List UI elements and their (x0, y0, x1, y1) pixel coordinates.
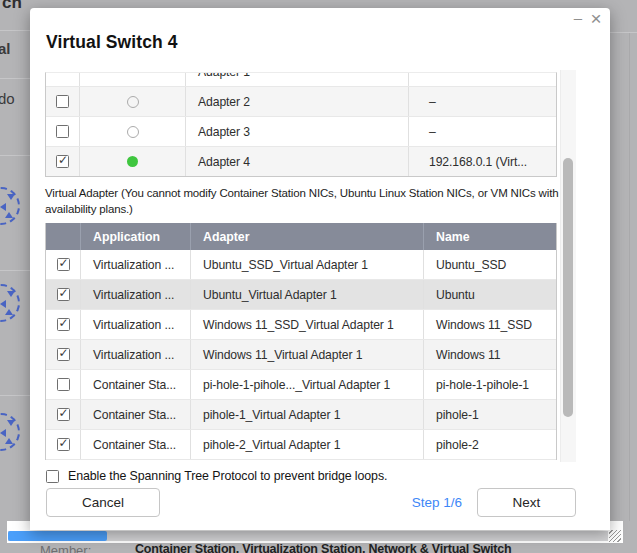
checkbox[interactable] (56, 95, 69, 108)
checkbox-checked[interactable] (56, 155, 69, 168)
table-header: Application Adapter Name (46, 223, 556, 250)
adapter-value: – (409, 117, 556, 146)
name-cell: Ubuntu_SSD (424, 250, 556, 279)
table-row[interactable]: Adapter 3 – (46, 117, 556, 147)
virtual-switch-icon (0, 187, 20, 225)
arrow-glyph (5, 438, 13, 444)
column-header-name: Name (424, 223, 556, 250)
table-row[interactable]: Adapter 2 – (46, 87, 556, 117)
table-row[interactable]: Virtualization ... Windows 11_Virtual Ad… (46, 340, 556, 370)
name-cell: pihole-1 (424, 400, 556, 429)
virtual-adapter-note: Virtual Adapter (You cannot modify Conta… (45, 186, 567, 217)
checkbox-checked[interactable] (57, 348, 70, 361)
adapter-cell: pi-hole-1-pihole..._Virtual Adapter 1 (191, 370, 424, 399)
screen: ch al do Member: Container Station, Virt… (0, 0, 637, 553)
arrow-glyph (0, 429, 6, 437)
checkbox-checked[interactable] (57, 288, 70, 301)
virtual-switch-icon (0, 413, 20, 451)
radio-button[interactable] (127, 96, 139, 108)
adapter-name: Adapter 4 (186, 147, 409, 176)
checkbox-checked[interactable] (57, 438, 70, 451)
row-checkbox-cell (46, 87, 80, 116)
member-value: Container Station, Virtualization Statio… (135, 542, 511, 553)
horizontal-scrollbar-thumb[interactable] (8, 531, 107, 541)
background-divider (629, 33, 630, 521)
adapter-cell: Ubuntu_Virtual Adapter 1 (191, 280, 424, 309)
arrow-glyph (7, 194, 15, 200)
adapter-name: Adapter 3 (186, 117, 409, 146)
table-row[interactable]: Container Sta... pi-hole-1-pihole..._Vir… (46, 370, 556, 400)
horizontal-scrollbar[interactable] (8, 531, 608, 541)
background-divider (0, 395, 30, 396)
minimize-icon[interactable]: – (570, 9, 586, 26)
table-row[interactable]: Adapter 4 192.168.0.1 (Virt... (46, 147, 556, 176)
table-row-selected[interactable]: Virtualization ... Ubuntu_Virtual Adapte… (46, 280, 556, 310)
adapter-name: Adapter 1 (198, 73, 250, 86)
name-cell: Windows 11 (424, 340, 556, 369)
application-cell: Container Sta... (81, 430, 191, 459)
arrow-glyph (5, 212, 13, 218)
column-header-adapter: Adapter (191, 223, 424, 250)
checkbox[interactable] (57, 378, 70, 391)
checkbox-checked[interactable] (57, 408, 70, 421)
application-cell: Container Sta... (81, 400, 191, 429)
radio-button[interactable] (127, 126, 139, 138)
table-row[interactable]: Virtualization ... Ubuntu_SSD_Virtual Ad… (46, 250, 556, 280)
checkbox-checked[interactable] (57, 258, 70, 271)
background-divider (0, 270, 30, 271)
arrow-glyph (0, 203, 6, 211)
arrow-glyph (5, 309, 13, 315)
row-radio-cell (80, 147, 186, 176)
member-label: Member: (40, 543, 91, 553)
adapter-table: Adapter 1 Adapter 2 – Adapter 3 – Adapte… (45, 72, 557, 177)
background-partial-label: do (0, 90, 15, 107)
table-row[interactable]: Container Sta... pihole-2_Virtual Adapte… (46, 430, 556, 460)
application-cell: Virtualization ... (81, 340, 191, 369)
background-divider (0, 78, 30, 79)
table-row[interactable]: Container Sta... pihole-1_Virtual Adapte… (46, 400, 556, 430)
name-cell: Windows 11_SSD (424, 310, 556, 339)
adapter-value: – (409, 87, 556, 116)
arrow-glyph (7, 420, 15, 426)
checkbox-checked[interactable] (57, 318, 70, 331)
virtual-adapter-table: Application Adapter Name Virtualization … (45, 223, 557, 460)
adapter-cell: Ubuntu_SSD_Virtual Adapter 1 (191, 250, 424, 279)
row-checkbox-cell (46, 117, 80, 146)
stp-option-row: Enable the Spanning Tree Protocol to pre… (46, 468, 387, 484)
table-row[interactable]: Virtualization ... Windows 11_SSD_Virtua… (46, 310, 556, 340)
row-checkbox-cell (46, 147, 80, 176)
vertical-scrollbar[interactable] (560, 70, 576, 462)
arrow-glyph (0, 300, 6, 308)
adapter-cell: pihole-2_Virtual Adapter 1 (191, 430, 424, 459)
table-row[interactable]: Adapter 1 (46, 73, 556, 87)
arrow-glyph (7, 291, 15, 297)
row-radio-cell (80, 87, 186, 116)
background-divider (610, 32, 637, 33)
background-divider (0, 155, 30, 156)
stp-checkbox[interactable] (46, 470, 59, 483)
adapter-value: 192.168.0.1 (Virt... (409, 147, 556, 176)
virtual-switch-dialog: Virtual Switch 4 – × Adapter 1 Adapter 2… (30, 8, 610, 530)
checkbox[interactable] (56, 125, 69, 138)
member-row: Member: Container Station, Virtualizatio… (0, 543, 637, 553)
background-partial-title: ch (2, 0, 22, 13)
application-cell: Virtualization ... (81, 280, 191, 309)
row-radio-cell (80, 117, 186, 146)
close-icon[interactable]: × (587, 8, 605, 30)
adapter-name: Adapter 2 (186, 87, 409, 116)
resize-grip-icon[interactable] (609, 530, 621, 542)
background-partial-label: al (0, 40, 11, 57)
name-cell: pi-hole-1-pihole-1 (424, 370, 556, 399)
vertical-scrollbar-thumb[interactable] (563, 158, 573, 417)
name-cell: Ubuntu (424, 280, 556, 309)
cancel-button[interactable]: Cancel (46, 488, 160, 517)
application-cell: Virtualization ... (81, 310, 191, 339)
dialog-title: Virtual Switch 4 (46, 32, 178, 53)
adapter-cell: Windows 11_SSD_Virtual Adapter 1 (191, 310, 424, 339)
status-dot-green[interactable] (127, 156, 138, 167)
adapter-cell: Windows 11_Virtual Adapter 1 (191, 340, 424, 369)
application-cell: Virtualization ... (81, 250, 191, 279)
background-divider (0, 30, 30, 31)
next-button[interactable]: Next (477, 488, 576, 517)
name-cell: pihole-2 (424, 430, 556, 459)
